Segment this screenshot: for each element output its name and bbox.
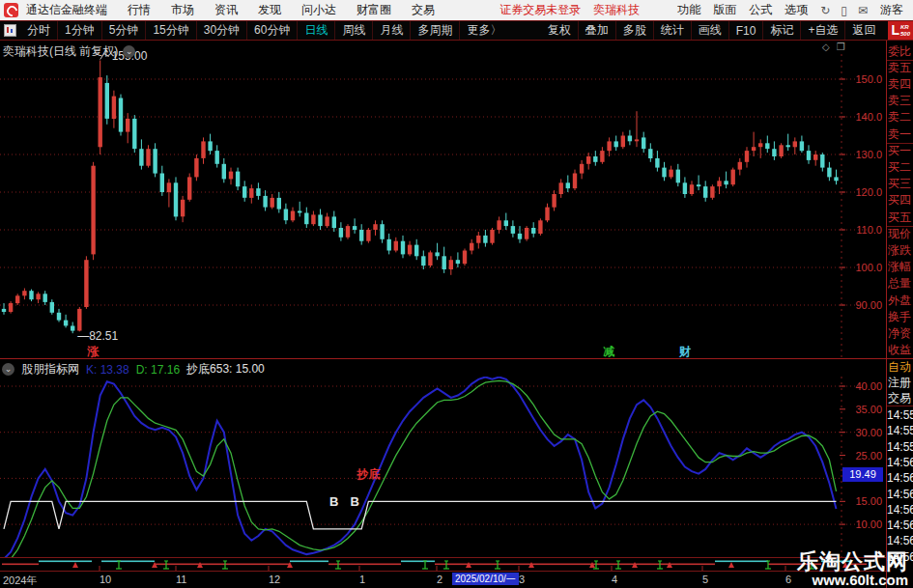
menu-right-item-2[interactable]: 公式	[749, 2, 772, 18]
indicator-chaodi-value: 抄底653: 15.00	[186, 361, 265, 378]
period-tab-4[interactable]: 30分钟	[196, 21, 246, 40]
quote-label-17[interactable]: 净资	[888, 325, 913, 342]
toolbar-action-5[interactable]: F10	[728, 21, 763, 40]
ind-tick-15: 15.00	[844, 495, 882, 507]
toolbar-action-7[interactable]: +自选	[800, 21, 844, 40]
period-tab-1[interactable]: 1分钟	[57, 21, 101, 40]
menu-item-6[interactable]: 财富圈	[357, 2, 391, 18]
menubar-right: 证券交易未登录 奕瑞科技 功能版面公式选项 ↻▯✉ 游客	[499, 2, 903, 18]
svg-text:B: B	[350, 494, 358, 509]
menu-item-5[interactable]: 问小达	[301, 2, 336, 18]
tick-time-2: 14:55	[887, 440, 913, 455]
timeline-label-2[interactable]: 11	[176, 574, 186, 585]
current-stock-name[interactable]: 奕瑞科技	[593, 2, 640, 18]
ind-tick-10: 10.00	[844, 518, 882, 530]
panel-divider[interactable]	[0, 358, 913, 359]
timeline-label-4[interactable]: 1	[359, 574, 365, 585]
quote-label-14[interactable]: 总量	[888, 275, 913, 292]
indicator-collapse-icon[interactable]: ⌄	[2, 363, 14, 376]
chart-mode-icon[interactable]	[4, 24, 16, 37]
sidebar-tab-0[interactable]: 自动	[888, 360, 913, 375]
period-tab-9[interactable]: 多周期	[410, 21, 459, 40]
menu-right-item-0[interactable]: 功能	[677, 2, 700, 18]
tick-time-4: 14:56	[887, 471, 913, 486]
split-window-icon[interactable]: ❐	[837, 42, 845, 52]
quote-label-8[interactable]: 买三	[888, 176, 913, 192]
quote-label-15[interactable]: 外盘	[888, 293, 913, 309]
quote-label-6[interactable]: 买一	[888, 143, 913, 159]
mail-icon[interactable]: ✉	[858, 4, 868, 17]
sidebar-tab-2[interactable]: 交易	[888, 391, 913, 406]
collapse-chevron-icon[interactable]: ⌄	[123, 45, 135, 58]
quote-label-3[interactable]: 卖三	[888, 93, 913, 109]
menu-item-7[interactable]: 交易	[412, 2, 435, 18]
menu-item-0[interactable]: 通达信金融终端	[26, 2, 107, 18]
menu-item-1[interactable]: 行情	[128, 2, 151, 18]
quote-label-0[interactable]: 委比	[888, 43, 913, 60]
quote-label-2[interactable]: 卖四	[888, 76, 913, 93]
quote-label-5[interactable]: 卖一	[888, 126, 913, 143]
user-badge[interactable]: 游客	[880, 2, 903, 18]
toolbar-action-1[interactable]: 叠加	[578, 21, 615, 40]
ind-tick-40: 40.00	[844, 380, 882, 392]
diamond-icon[interactable]: ◇	[822, 42, 830, 52]
toolbar-action-3[interactable]: 统计	[653, 21, 691, 40]
toolbar-action-6[interactable]: 标记	[762, 21, 800, 40]
period-tab-10[interactable]: 更多〉	[459, 21, 508, 40]
period-toolbar: 分时1分钟5分钟15分钟30分钟60分钟日线周线月线多周期更多〉 复权叠加多股统…	[0, 20, 913, 41]
period-tab-0[interactable]: 分时	[20, 21, 57, 40]
toolbar-action-4[interactable]: 画线	[691, 21, 728, 40]
timeline-label-3[interactable]: 12	[269, 574, 280, 585]
indicator-k-value: K: 13.38	[86, 363, 129, 377]
indicator-d-value: D: 17.16	[136, 363, 180, 377]
indicator-chart[interactable]: 抄底BB	[0, 377, 886, 558]
menu-right-item-3[interactable]: 选项	[785, 2, 808, 18]
selected-date-badge[interactable]: 2025/02/10/一	[452, 573, 519, 585]
quote-label-9[interactable]: 买四	[888, 192, 913, 209]
quote-label-1[interactable]: 卖五	[888, 60, 913, 76]
indicator-name[interactable]: 股朋指标网	[21, 361, 79, 378]
period-tab-3[interactable]: 15分钟	[145, 21, 195, 40]
period-tab-2[interactable]: 5分钟	[101, 21, 146, 40]
timeline-label-5[interactable]: 2	[437, 574, 442, 585]
period-tab-8[interactable]: 月线	[372, 21, 410, 40]
timeline-label-7[interactable]: 4	[612, 574, 617, 585]
quote-separator-2	[887, 226, 913, 227]
menu-right-item-1[interactable]: 版面	[713, 2, 736, 18]
quote-label-13[interactable]: 涨幅	[888, 259, 913, 275]
quote-label-11[interactable]: 现价	[888, 226, 913, 242]
app-window: 通达信金融终端行情市场资讯发现问小达财富圈交易 证券交易未登录 奕瑞科技 功能版…	[0, 0, 913, 588]
quote-label-16[interactable]: 换手	[888, 309, 913, 325]
trade-login-status[interactable]: 证券交易未登录	[499, 2, 581, 18]
badge-letter: L	[891, 21, 899, 40]
period-tab-6[interactable]: 日线	[297, 21, 334, 40]
quote-label-18[interactable]: 收益	[888, 342, 913, 358]
main-candlestick-chart[interactable]: 155.00—82.51涨减财	[0, 41, 886, 359]
quote-label-4[interactable]: 卖二	[888, 109, 913, 126]
quote-label-7[interactable]: 买二	[888, 159, 913, 176]
timeline-label-0[interactable]: 2024年	[3, 574, 37, 588]
menu-item-3[interactable]: 资讯	[214, 2, 238, 18]
menubar-icons: ↻▯✉	[820, 4, 868, 17]
timeline-label-8[interactable]: 5	[702, 574, 708, 585]
tick-time-6: 14:56	[887, 503, 913, 518]
quote-label-12[interactable]: 涨跌	[888, 242, 913, 259]
sidebar-tab-1[interactable]: 注册	[888, 376, 913, 390]
price-tick-140: 140.0	[844, 111, 882, 123]
signal-strip	[0, 558, 886, 572]
timeline-label-6[interactable]: 3	[519, 574, 525, 585]
toolbar-action-8[interactable]: 返回	[844, 21, 882, 40]
toolbar-action-0[interactable]: 复权	[541, 21, 578, 40]
refresh-icon[interactable]: ↻	[820, 4, 830, 17]
period-tab-7[interactable]: 周线	[334, 21, 372, 40]
phone-icon[interactable]: ▯	[841, 4, 847, 17]
tick-time-3: 14:56	[887, 456, 913, 470]
timeline-label-9[interactable]: 6	[785, 574, 791, 585]
menu-item-4[interactable]: 发现	[258, 2, 281, 18]
menu-right-items: 功能版面公式选项	[677, 2, 808, 18]
menu-item-2[interactable]: 市场	[171, 2, 194, 18]
timeline-label-1[interactable]: 10	[100, 574, 111, 585]
period-tab-5[interactable]: 60分钟	[246, 21, 297, 40]
toolbar-action-2[interactable]: 多股	[615, 21, 653, 40]
quote-label-10[interactable]: 买五	[888, 210, 913, 226]
